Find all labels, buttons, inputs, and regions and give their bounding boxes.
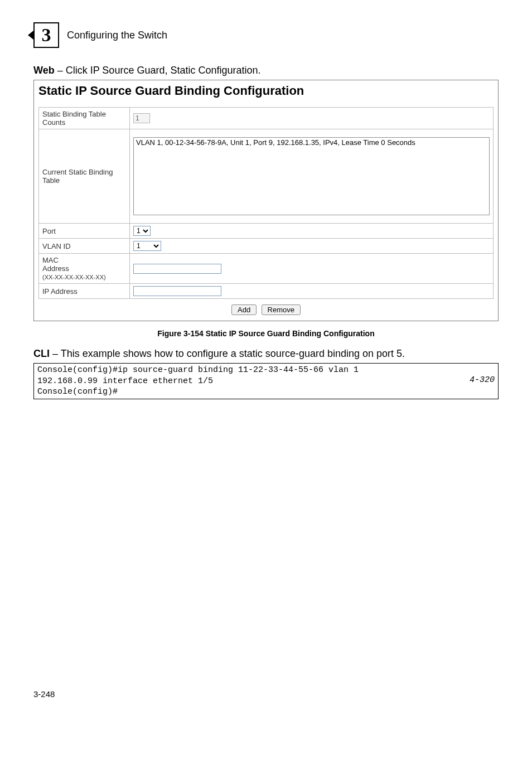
counts-value-input: [133, 113, 150, 123]
port-label: Port: [39, 224, 130, 239]
binding-table-entry[interactable]: VLAN 1, 00-12-34-56-78-9A, Unit 1, Port …: [135, 138, 488, 147]
binding-table-label: Current Static Binding Table: [39, 129, 130, 224]
vlan-id-select[interactable]: 1: [133, 241, 161, 251]
cli-example-box: Console(config)#ip source-guard binding …: [33, 363, 499, 399]
mac-label-line1: MAC: [42, 256, 59, 264]
cli-line-2: 192.168.0.99 interface ethernet 1/5: [37, 376, 213, 386]
mac-label-line2: Address: [42, 264, 69, 273]
ip-address-label: IP Address: [39, 284, 130, 299]
panel-title: Static IP Source Guard Binding Configura…: [38, 84, 494, 98]
screenshot-panel: Static IP Source Guard Binding Configura…: [33, 80, 499, 321]
vlan-id-label: VLAN ID: [39, 239, 130, 254]
binding-table-listbox[interactable]: VLAN 1, 00-12-34-56-78-9A, Unit 1, Port …: [133, 137, 490, 215]
figure-caption: Figure 3-154 Static IP Source Guard Bind…: [33, 329, 499, 338]
mac-label-line3: (XX-XX-XX-XX-XX-XX): [42, 274, 106, 280]
mac-address-input[interactable]: [133, 264, 221, 274]
counts-label: Static Binding Table Counts: [39, 108, 130, 129]
page-header: 3 Configuring the Switch: [33, 22, 499, 48]
mac-address-label: MAC Address (XX-XX-XX-XX-XX-XX): [39, 254, 130, 284]
port-select[interactable]: 1: [133, 226, 151, 236]
ip-address-input[interactable]: [133, 286, 221, 296]
remove-button[interactable]: Remove: [262, 304, 301, 315]
chapter-title: Configuring the Switch: [67, 30, 167, 41]
web-text: – Click IP Source Guard, Static Configur…: [55, 65, 261, 76]
cli-page-ref: 4-320: [470, 375, 495, 386]
chapter-number-badge: 3: [33, 22, 59, 48]
cli-text: – This example shows how to configure a …: [50, 348, 405, 359]
cli-prefix: CLI: [33, 348, 50, 359]
cli-line-1: Console(config)#ip source-guard binding …: [37, 365, 364, 375]
web-prefix: Web: [33, 65, 55, 76]
button-row: Add Remove: [38, 299, 494, 315]
cli-line-3: Console(config)#: [37, 387, 118, 396]
page-number: 3-248: [33, 689, 499, 699]
config-form-table: Static Binding Table Counts Current Stat…: [38, 107, 494, 299]
cli-instruction: CLI – This example shows how to configur…: [33, 348, 499, 360]
add-button[interactable]: Add: [231, 304, 257, 315]
web-instruction: Web – Click IP Source Guard, Static Conf…: [33, 65, 499, 76]
